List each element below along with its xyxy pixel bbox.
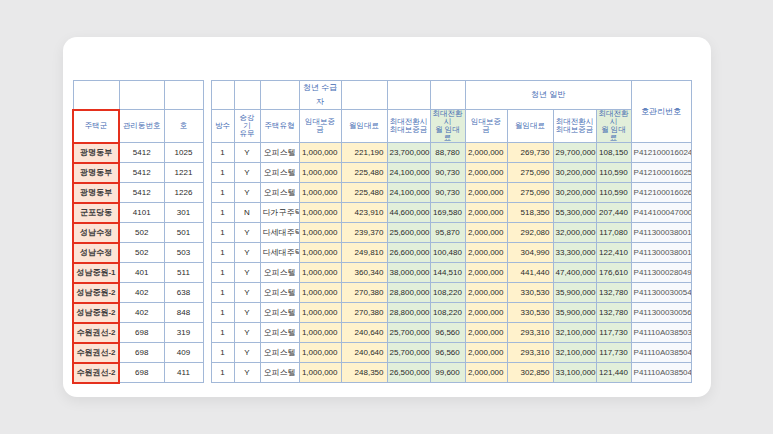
cell-recipient-max-deposit[interactable]: 25,700,000 (387, 343, 430, 363)
cell-unit-mgmt-no[interactable]: P4113000300566 (631, 303, 691, 323)
cell-general-max-deposit[interactable]: 32,000,000 (553, 223, 596, 243)
cell-recipient-max-deposit[interactable]: 26,600,000 (387, 243, 430, 263)
cell-room-count[interactable]: 1 (211, 323, 234, 343)
cell-general-deposit[interactable]: 2,000,000 (465, 183, 507, 203)
cell-housing-type[interactable]: 오피스텔 (260, 323, 299, 343)
cell-recipient-max-deposit[interactable]: 28,800,000 (387, 303, 430, 323)
cell-recipient-max-monthly[interactable]: 100,480 (430, 243, 465, 263)
column-header-room-count[interactable]: 방수 (211, 110, 234, 143)
cell-recipient-monthly-rent[interactable]: 240,640 (341, 343, 387, 363)
cell-mgmt-bldg-no[interactable]: 4101 (119, 203, 164, 223)
cell-general-max-monthly[interactable]: 117,730 (596, 343, 631, 363)
cell-housing-group[interactable]: 광명동부 (73, 143, 119, 163)
cell-housing-type[interactable]: 오피스텔 (260, 263, 299, 283)
cell-elevator-yn[interactable]: Y (234, 323, 260, 343)
cell-recipient-deposit[interactable]: 1,000,000 (299, 203, 341, 223)
column-header-housing-group[interactable]: 주택군 (73, 110, 119, 143)
cell-recipient-deposit[interactable]: 1,000,000 (299, 303, 341, 323)
cell-general-max-deposit[interactable]: 33,100,000 (553, 363, 596, 383)
cell-general-max-deposit[interactable]: 35,900,000 (553, 283, 596, 303)
column-header-unit-no[interactable]: 호 (164, 110, 203, 143)
cell-general-monthly-rent[interactable]: 269,730 (507, 143, 553, 163)
cell-housing-type[interactable]: 오피스텔 (260, 303, 299, 323)
cell-unit-no[interactable]: 511 (164, 263, 203, 283)
cell-housing-type[interactable]: 오피스텔 (260, 163, 299, 183)
cell-general-max-monthly[interactable]: 108,150 (596, 143, 631, 163)
cell-recipient-max-monthly[interactable]: 108,220 (430, 303, 465, 323)
cell-elevator-yn[interactable]: Y (234, 143, 260, 163)
cell-unit-mgmt-no[interactable]: P4113000280497 (631, 263, 691, 283)
cell-housing-group[interactable]: 성남중원-2 (73, 303, 119, 323)
cell-general-monthly-rent[interactable]: 441,440 (507, 263, 553, 283)
cell-room-count[interactable]: 1 (211, 363, 234, 383)
cell-unit-no[interactable]: 319 (164, 323, 203, 343)
column-header-general-deposit[interactable]: 임대보증금 (465, 110, 507, 143)
cell-elevator-yn[interactable]: Y (234, 343, 260, 363)
cell-general-monthly-rent[interactable]: 275,090 (507, 183, 553, 203)
cell-general-deposit[interactable]: 2,000,000 (465, 143, 507, 163)
cell-housing-type[interactable]: 오피스텔 (260, 183, 299, 203)
cell-general-deposit[interactable]: 2,000,000 (465, 303, 507, 323)
cell-general-deposit[interactable]: 2,000,000 (465, 343, 507, 363)
cell-housing-group[interactable]: 수원권선-2 (73, 323, 119, 343)
cell-recipient-monthly-rent[interactable]: 249,810 (341, 243, 387, 263)
group-header-youth-recipient[interactable]: 청년 수급자 (299, 81, 341, 110)
cell-housing-type[interactable]: 다가구주택 (260, 203, 299, 223)
column-header-elevator-yn[interactable]: 승강기 유무 (234, 110, 260, 143)
cell-recipient-max-monthly[interactable]: 90,730 (430, 163, 465, 183)
cell-recipient-deposit[interactable]: 1,000,000 (299, 143, 341, 163)
cell-recipient-max-monthly[interactable]: 90,730 (430, 183, 465, 203)
column-header-housing-type[interactable]: 주택유형 (260, 110, 299, 143)
cell-general-deposit[interactable]: 2,000,000 (465, 243, 507, 263)
column-header-general-monthly-rent[interactable]: 월임대료 (507, 110, 553, 143)
cell-recipient-deposit[interactable]: 1,000,000 (299, 263, 341, 283)
cell-recipient-max-deposit[interactable]: 25,600,000 (387, 223, 430, 243)
cell-housing-type[interactable]: 다세대주택 (260, 243, 299, 263)
cell-recipient-monthly-rent[interactable]: 225,480 (341, 183, 387, 203)
cell-mgmt-bldg-no[interactable]: 502 (119, 223, 164, 243)
cell-housing-group[interactable]: 광명동부 (73, 183, 119, 203)
column-header-general-max-monthly[interactable]: 최대전환 시 월 임대료 (596, 110, 631, 143)
cell-unit-no[interactable]: 1221 (164, 163, 203, 183)
column-header-general-max-deposit[interactable]: 최대전환시 최대보증금 (553, 110, 596, 143)
cell-general-deposit[interactable]: 2,000,000 (465, 363, 507, 383)
cell-recipient-deposit[interactable]: 1,000,000 (299, 183, 341, 203)
cell-general-monthly-rent[interactable]: 518,350 (507, 203, 553, 223)
cell-unit-mgmt-no[interactable]: P4113000380015 (631, 243, 691, 263)
cell-housing-group[interactable]: 광명동부 (73, 163, 119, 183)
cell-recipient-monthly-rent[interactable]: 270,380 (341, 303, 387, 323)
cell-housing-group[interactable]: 성남중원-1 (73, 263, 119, 283)
cell-recipient-monthly-rent[interactable]: 248,350 (341, 363, 387, 383)
cell-housing-group[interactable]: 성남수정 (73, 243, 119, 263)
cell-general-max-monthly[interactable]: 132,780 (596, 283, 631, 303)
group-header-youth-general[interactable]: 청년 일반 (465, 81, 631, 110)
cell-room-count[interactable]: 1 (211, 243, 234, 263)
cell-unit-no[interactable]: 501 (164, 223, 203, 243)
cell-room-count[interactable]: 1 (211, 263, 234, 283)
cell-general-max-deposit[interactable]: 32,100,000 (553, 343, 596, 363)
cell-recipient-monthly-rent[interactable]: 423,910 (341, 203, 387, 223)
cell-general-monthly-rent[interactable]: 330,530 (507, 303, 553, 323)
cell-elevator-yn[interactable]: Y (234, 283, 260, 303)
cell-general-monthly-rent[interactable]: 293,310 (507, 323, 553, 343)
cell-recipient-monthly-rent[interactable]: 240,640 (341, 323, 387, 343)
cell-elevator-yn[interactable]: Y (234, 363, 260, 383)
cell-general-deposit[interactable]: 2,000,000 (465, 263, 507, 283)
cell-recipient-max-deposit[interactable]: 28,800,000 (387, 283, 430, 303)
column-header-recipient-monthly-rent[interactable]: 월임대료 (341, 110, 387, 143)
cell-general-monthly-rent[interactable]: 304,990 (507, 243, 553, 263)
cell-general-monthly-rent[interactable]: 275,090 (507, 163, 553, 183)
cell-general-deposit[interactable]: 2,000,000 (465, 283, 507, 303)
cell-mgmt-bldg-no[interactable]: 698 (119, 363, 164, 383)
column-header-recipient-deposit[interactable]: 임대보증금 (299, 110, 341, 143)
cell-general-max-deposit[interactable]: 55,300,000 (553, 203, 596, 223)
cell-general-monthly-rent[interactable]: 293,310 (507, 343, 553, 363)
cell-unit-mgmt-no[interactable]: P4113000300543 (631, 283, 691, 303)
cell-unit-mgmt-no[interactable]: P4121000160247 (631, 143, 691, 163)
cell-elevator-yn[interactable]: Y (234, 223, 260, 243)
cell-unit-mgmt-no[interactable]: P41110A0385049 (631, 363, 691, 383)
cell-general-max-deposit[interactable]: 30,200,000 (553, 183, 596, 203)
cell-housing-group[interactable]: 군포당동 (73, 203, 119, 223)
cell-general-max-deposit[interactable]: 29,700,000 (553, 143, 596, 163)
cell-mgmt-bldg-no[interactable]: 698 (119, 323, 164, 343)
